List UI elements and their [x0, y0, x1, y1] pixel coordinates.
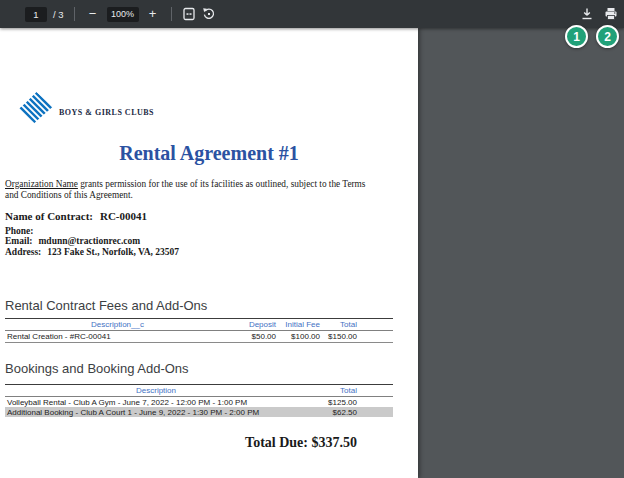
col-initial-fee: Initial Fee: [276, 320, 320, 329]
col-deposit: Deposit: [230, 320, 276, 329]
phone-line: Phone:: [5, 226, 179, 236]
fee-description: Rental Creation - #RC-00041: [5, 332, 230, 341]
fees-table-header: Description__c Deposit Initial Fee Total: [5, 318, 393, 331]
col-description: Description: [5, 386, 307, 395]
toolbar-divider: [171, 7, 172, 21]
booking-description: Volleyball Rental - Club A Gym - June 7,…: [5, 398, 307, 407]
total-due: Total Due: $337.50: [245, 435, 357, 451]
table-row: Additional Booking - Club A Court 1 - Ju…: [5, 407, 393, 417]
download-icon[interactable]: [580, 7, 594, 21]
intro-paragraph: Organization Name grants permission for …: [5, 179, 405, 200]
address-label: Address:: [5, 247, 41, 257]
table-row: Volleyball Rental - Club A Gym - June 7,…: [5, 397, 393, 407]
bookings-table-header: Description Total: [5, 384, 393, 397]
page-number-input[interactable]: 1: [25, 7, 47, 22]
intro-line2: and Conditions of this Agreement.: [5, 190, 133, 200]
col-description-c: Description__c: [5, 320, 230, 329]
toolbar-right-group: [580, 0, 620, 28]
intro-line1: grants permission for the use of its fac…: [78, 179, 366, 189]
fee-deposit: $50.00: [230, 332, 276, 341]
fee-initial: $100.00: [276, 332, 320, 341]
fees-section-heading: Rental Contract Fees and Add-Ons: [5, 298, 207, 313]
rotate-icon[interactable]: [202, 7, 216, 21]
contract-value: RC-00041: [100, 210, 147, 222]
contract-label: Name of Contract:: [5, 210, 93, 222]
callout-step-1: 1: [565, 25, 588, 48]
bookings-table: Description Total Volleyball Rental - Cl…: [5, 384, 393, 417]
zoom-in-button[interactable]: +: [145, 6, 161, 22]
table-row: Rental Creation - #RC-00041 $50.00 $100.…: [5, 331, 393, 343]
zoom-level-input[interactable]: 100%: [107, 7, 139, 22]
bookings-section-heading: Bookings and Booking Add-Ons: [5, 361, 189, 376]
email-value: mdunn@tractionrec.com: [38, 236, 140, 246]
page-count-label: / 3: [53, 9, 64, 20]
fit-to-page-icon[interactable]: [182, 7, 196, 21]
document-title: Rental Agreement #1: [0, 142, 418, 165]
contact-block: Phone: Email:mdunn@tractionrec.com Addre…: [5, 226, 179, 257]
pdf-toolbar: 1 / 3 − 100% +: [0, 0, 624, 28]
logo-wordmark: BOYS & GIRLS CLUBS: [59, 108, 154, 117]
booking-description: Additional Booking - Club A Court 1 - Ju…: [5, 408, 307, 417]
contract-name-line: Name of Contract:RC-00041: [5, 210, 147, 222]
pdf-page: BOYS & GIRLS CLUBS Rental Agreement #1 O…: [0, 28, 418, 478]
callout-step-2: 2: [596, 25, 619, 48]
zoom-out-button[interactable]: −: [85, 6, 101, 22]
organization-name-text: Organization Name: [5, 179, 78, 189]
booking-total: $62.50: [307, 408, 357, 417]
address-value: 123 Fake St., Norfolk, VA, 23507: [47, 247, 179, 257]
toolbar-divider: [74, 7, 75, 21]
col-total: Total: [320, 320, 357, 329]
toolbar-left-group: 1 / 3 − 100% +: [25, 6, 216, 22]
col-total: Total: [307, 386, 357, 395]
email-line: Email:mdunn@tractionrec.com: [5, 236, 179, 246]
address-line: Address:123 Fake St., Norfolk, VA, 23507: [5, 247, 179, 257]
print-icon[interactable]: [604, 7, 618, 21]
booking-total: $125.00: [307, 398, 357, 407]
boys-girls-clubs-logo-icon: [8, 92, 54, 132]
fee-total: $150.00: [320, 332, 357, 341]
phone-label: Phone:: [5, 226, 34, 236]
email-label: Email:: [5, 236, 32, 246]
fees-table: Description__c Deposit Initial Fee Total…: [5, 318, 393, 343]
